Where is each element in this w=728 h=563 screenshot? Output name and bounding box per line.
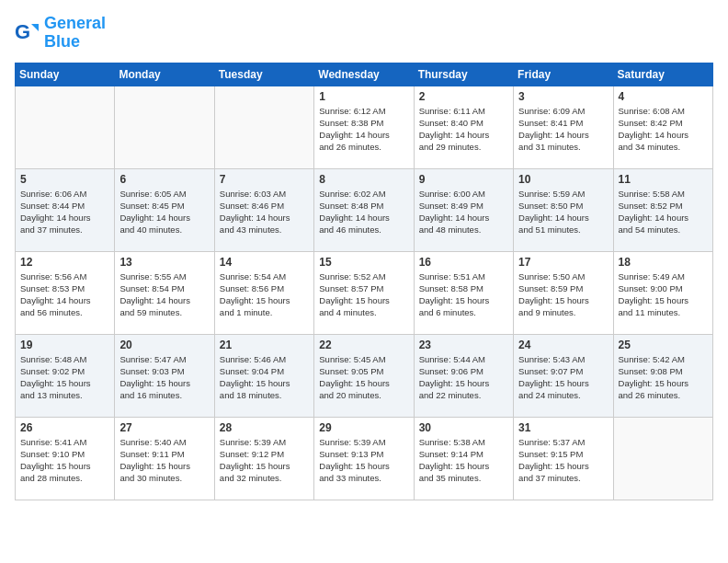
calendar-cell: 24Sunrise: 5:43 AM Sunset: 9:07 PM Dayli… xyxy=(514,334,613,417)
calendar-week-row: 12Sunrise: 5:56 AM Sunset: 8:53 PM Dayli… xyxy=(16,251,713,334)
day-of-week-header: Tuesday xyxy=(214,63,313,86)
cell-content: Sunrise: 5:49 AM Sunset: 9:00 PM Dayligh… xyxy=(619,270,708,319)
calendar-cell: 14Sunrise: 5:54 AM Sunset: 8:56 PM Dayli… xyxy=(214,251,313,334)
day-number: 9 xyxy=(419,173,508,186)
day-number: 8 xyxy=(319,173,408,186)
day-number: 25 xyxy=(619,339,708,351)
day-number: 21 xyxy=(220,339,309,351)
day-number: 19 xyxy=(20,339,109,351)
logo: G General Blue xyxy=(15,15,106,52)
day-number: 10 xyxy=(518,173,608,186)
cell-content: Sunrise: 5:51 AM Sunset: 8:58 PM Dayligh… xyxy=(419,270,508,319)
calendar-cell: 22Sunrise: 5:45 AM Sunset: 9:05 PM Dayli… xyxy=(314,334,414,417)
page-header: G General Blue xyxy=(15,15,713,52)
calendar-header-row: SundayMondayTuesdayWednesdayThursdayFrid… xyxy=(16,63,713,86)
day-number: 18 xyxy=(619,256,708,269)
day-of-week-header: Saturday xyxy=(613,63,712,86)
calendar-cell: 3Sunrise: 6:09 AM Sunset: 8:41 PM Daylig… xyxy=(514,86,613,168)
calendar-table: SundayMondayTuesdayWednesdayThursdayFrid… xyxy=(15,63,713,500)
cell-content: Sunrise: 5:48 AM Sunset: 9:02 PM Dayligh… xyxy=(20,353,109,402)
cell-content: Sunrise: 5:39 AM Sunset: 9:12 PM Dayligh… xyxy=(220,436,309,485)
calendar-week-row: 1Sunrise: 6:12 AM Sunset: 8:38 PM Daylig… xyxy=(16,86,713,168)
calendar-cell: 8Sunrise: 6:02 AM Sunset: 8:48 PM Daylig… xyxy=(314,168,414,251)
cell-content: Sunrise: 6:00 AM Sunset: 8:49 PM Dayligh… xyxy=(419,188,508,236)
cell-content: Sunrise: 6:08 AM Sunset: 8:42 PM Dayligh… xyxy=(619,105,708,154)
cell-content: Sunrise: 5:55 AM Sunset: 8:54 PM Dayligh… xyxy=(119,270,209,319)
svg-marker-1 xyxy=(31,24,39,31)
day-number: 7 xyxy=(220,173,309,186)
day-number: 28 xyxy=(220,421,309,434)
cell-content: Sunrise: 5:44 AM Sunset: 9:06 PM Dayligh… xyxy=(419,353,508,402)
calendar-cell: 23Sunrise: 5:44 AM Sunset: 9:06 PM Dayli… xyxy=(414,334,513,417)
svg-text:G: G xyxy=(15,20,30,43)
day-number: 24 xyxy=(518,339,608,351)
calendar-cell: 21Sunrise: 5:46 AM Sunset: 9:04 PM Dayli… xyxy=(214,334,313,417)
day-of-week-header: Thursday xyxy=(414,63,513,86)
day-number: 27 xyxy=(119,421,209,434)
cell-content: Sunrise: 5:47 AM Sunset: 9:03 PM Dayligh… xyxy=(119,353,209,402)
calendar-cell: 10Sunrise: 5:59 AM Sunset: 8:50 PM Dayli… xyxy=(514,168,613,251)
calendar-cell xyxy=(613,417,712,500)
cell-content: Sunrise: 5:38 AM Sunset: 9:14 PM Dayligh… xyxy=(419,436,508,485)
calendar-cell: 13Sunrise: 5:55 AM Sunset: 8:54 PM Dayli… xyxy=(115,251,214,334)
cell-content: Sunrise: 5:56 AM Sunset: 8:53 PM Dayligh… xyxy=(20,270,109,319)
day-number: 29 xyxy=(319,421,408,434)
calendar-cell xyxy=(214,86,313,168)
cell-content: Sunrise: 5:37 AM Sunset: 9:15 PM Dayligh… xyxy=(518,436,608,485)
day-number: 4 xyxy=(619,90,708,103)
day-number: 14 xyxy=(220,256,309,269)
cell-content: Sunrise: 5:52 AM Sunset: 8:57 PM Dayligh… xyxy=(319,270,408,319)
calendar-cell: 15Sunrise: 5:52 AM Sunset: 8:57 PM Dayli… xyxy=(314,251,414,334)
day-of-week-header: Friday xyxy=(514,63,613,86)
cell-content: Sunrise: 5:42 AM Sunset: 9:08 PM Dayligh… xyxy=(619,353,708,402)
calendar-cell: 19Sunrise: 5:48 AM Sunset: 9:02 PM Dayli… xyxy=(16,334,115,417)
calendar-cell xyxy=(16,86,115,168)
cell-content: Sunrise: 5:43 AM Sunset: 9:07 PM Dayligh… xyxy=(518,353,608,402)
logo-icon: G xyxy=(15,20,40,46)
calendar-week-row: 26Sunrise: 5:41 AM Sunset: 9:10 PM Dayli… xyxy=(16,417,713,500)
cell-content: Sunrise: 5:54 AM Sunset: 8:56 PM Dayligh… xyxy=(220,270,309,319)
cell-content: Sunrise: 5:59 AM Sunset: 8:50 PM Dayligh… xyxy=(518,188,608,236)
cell-content: Sunrise: 5:39 AM Sunset: 9:13 PM Dayligh… xyxy=(319,436,408,485)
day-of-week-header: Sunday xyxy=(16,63,115,86)
calendar-cell: 16Sunrise: 5:51 AM Sunset: 8:58 PM Dayli… xyxy=(414,251,513,334)
day-number: 17 xyxy=(518,256,608,269)
cell-content: Sunrise: 6:06 AM Sunset: 8:44 PM Dayligh… xyxy=(20,188,109,236)
calendar-cell xyxy=(115,86,214,168)
calendar-cell: 27Sunrise: 5:40 AM Sunset: 9:11 PM Dayli… xyxy=(115,417,214,500)
calendar-cell: 11Sunrise: 5:58 AM Sunset: 8:52 PM Dayli… xyxy=(613,168,712,251)
cell-content: Sunrise: 5:50 AM Sunset: 8:59 PM Dayligh… xyxy=(518,270,608,319)
day-number: 23 xyxy=(419,339,508,351)
cell-content: Sunrise: 6:12 AM Sunset: 8:38 PM Dayligh… xyxy=(319,105,408,154)
day-of-week-header: Monday xyxy=(115,63,214,86)
cell-content: Sunrise: 6:09 AM Sunset: 8:41 PM Dayligh… xyxy=(518,105,608,154)
day-number: 1 xyxy=(319,90,408,103)
calendar-cell: 31Sunrise: 5:37 AM Sunset: 9:15 PM Dayli… xyxy=(514,417,613,500)
cell-content: Sunrise: 6:11 AM Sunset: 8:40 PM Dayligh… xyxy=(419,105,508,154)
day-number: 26 xyxy=(20,421,109,434)
cell-content: Sunrise: 5:58 AM Sunset: 8:52 PM Dayligh… xyxy=(619,188,708,236)
calendar-cell: 2Sunrise: 6:11 AM Sunset: 8:40 PM Daylig… xyxy=(414,86,513,168)
calendar-cell: 5Sunrise: 6:06 AM Sunset: 8:44 PM Daylig… xyxy=(16,168,115,251)
calendar-week-row: 5Sunrise: 6:06 AM Sunset: 8:44 PM Daylig… xyxy=(16,168,713,251)
day-number: 15 xyxy=(319,256,408,269)
day-number: 5 xyxy=(20,173,109,186)
logo-text: General Blue xyxy=(44,15,106,52)
calendar-cell: 28Sunrise: 5:39 AM Sunset: 9:12 PM Dayli… xyxy=(214,417,313,500)
cell-content: Sunrise: 5:45 AM Sunset: 9:05 PM Dayligh… xyxy=(319,353,408,402)
day-number: 31 xyxy=(518,421,608,434)
day-number: 6 xyxy=(119,173,209,186)
day-number: 16 xyxy=(419,256,508,269)
cell-content: Sunrise: 5:41 AM Sunset: 9:10 PM Dayligh… xyxy=(20,436,109,485)
calendar-cell: 4Sunrise: 6:08 AM Sunset: 8:42 PM Daylig… xyxy=(613,86,712,168)
day-number: 20 xyxy=(119,339,209,351)
day-number: 12 xyxy=(20,256,109,269)
calendar-cell: 9Sunrise: 6:00 AM Sunset: 8:49 PM Daylig… xyxy=(414,168,513,251)
day-number: 22 xyxy=(319,339,408,351)
calendar-cell: 7Sunrise: 6:03 AM Sunset: 8:46 PM Daylig… xyxy=(214,168,313,251)
cell-content: Sunrise: 5:46 AM Sunset: 9:04 PM Dayligh… xyxy=(220,353,309,402)
day-number: 30 xyxy=(419,421,508,434)
calendar-cell: 25Sunrise: 5:42 AM Sunset: 9:08 PM Dayli… xyxy=(613,334,712,417)
calendar-week-row: 19Sunrise: 5:48 AM Sunset: 9:02 PM Dayli… xyxy=(16,334,713,417)
calendar-cell: 17Sunrise: 5:50 AM Sunset: 8:59 PM Dayli… xyxy=(514,251,613,334)
